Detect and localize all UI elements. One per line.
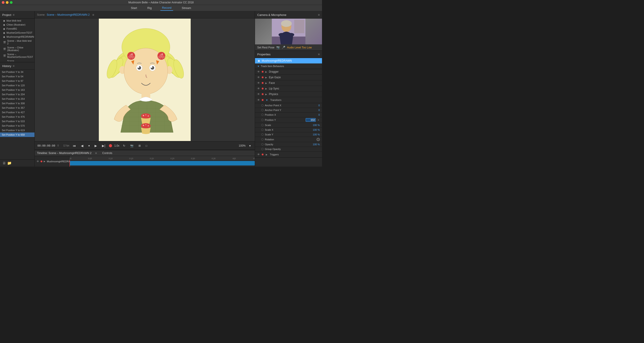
step-forward-button[interactable]: ▶| — [100, 143, 107, 148]
project-item[interactable]: ◉MushroomgirlREDRAWN — [0, 35, 34, 39]
beh-eye-icon[interactable]: 👁 — [257, 93, 260, 96]
tl-eye-icon[interactable]: 👁 — [36, 160, 39, 163]
record-indicator[interactable] — [109, 144, 112, 147]
bottom-icon-1[interactable]: 🖥 — [2, 161, 6, 165]
history-item[interactable]: Set Position Y to 619 — [0, 128, 34, 133]
prop-circle[interactable] — [261, 124, 264, 126]
beh-record-dot[interactable] — [262, 82, 264, 84]
beh-record-dot[interactable] — [262, 93, 264, 95]
history-menu-icon[interactable] — [12, 64, 14, 68]
project-item[interactable]: ◉ForestBG — [0, 27, 34, 31]
beh-eye-icon[interactable]: 👁 — [257, 81, 260, 85]
menu-item-rig[interactable]: Rig — [146, 6, 154, 11]
timeline-menu-icon[interactable] — [95, 151, 97, 155]
beh-expand-icon: ▶ — [265, 76, 267, 79]
project-item[interactable]: 🎬Scene – blue blob test 2 — [0, 39, 34, 46]
zoom-level[interactable]: 1.0x — [114, 144, 120, 147]
triggers-record-dot[interactable] — [262, 154, 264, 155]
scene-menu-icon[interactable] — [92, 13, 94, 17]
prop-row: Opacity 100 % — [255, 142, 322, 147]
beh-eye-icon[interactable]: 👁 — [257, 87, 260, 90]
project-item[interactable]: ◉Chloe (Illustrator) — [0, 23, 34, 27]
prop-circle[interactable] — [261, 148, 264, 150]
beh-eye-icon[interactable]: 👁 — [257, 76, 260, 79]
prop-circle[interactable] — [261, 119, 264, 121]
tl-record-dot[interactable] — [40, 161, 42, 162]
tl-expand-icon[interactable]: ▶ — [44, 160, 46, 163]
behavior-row[interactable]: 👁 ▶ Face — [255, 80, 322, 86]
history-item[interactable]: Set Position Y to 427 — [0, 110, 34, 115]
dial-icon[interactable] — [316, 138, 320, 141]
history-item[interactable]: Set Position Y to 34 — [0, 70, 34, 74]
beh-record-dot[interactable] — [262, 77, 264, 78]
prop-circle[interactable] — [261, 104, 264, 107]
tl-track-row[interactable] — [70, 160, 255, 167]
behavior-row[interactable]: 👁 ▶ Dragger — [255, 69, 322, 75]
transform-eye-icon[interactable]: 👁 — [257, 98, 260, 102]
menu-item-record[interactable]: Record — [160, 5, 173, 11]
tl-content[interactable]: 0:000:050:100:150:200:250:300:35400450 — [70, 156, 255, 167]
props-menu-icon[interactable] — [318, 53, 320, 56]
behavior-row[interactable]: 👁 ▶ Lip Sync — [255, 86, 322, 92]
prop-circle[interactable] — [261, 143, 264, 146]
project-item[interactable]: 🎬Scene – MushroomgirlREDRAWN — [0, 59, 34, 61]
menu-item-stream[interactable]: Stream — [180, 6, 193, 11]
section-triggers[interactable]: 👁 ▶ Triggers — [255, 152, 322, 158]
project-menu-icon[interactable] — [12, 13, 14, 17]
prop-circle[interactable] — [261, 114, 264, 116]
quality-dropdown[interactable]: ▾ — [248, 143, 252, 148]
app-title: Mushroom Belle – Adobe Character Animato… — [128, 1, 194, 4]
tl-playhead[interactable] — [70, 160, 70, 167]
history-item[interactable]: Set Position Y to 476 — [0, 115, 34, 119]
layout-button[interactable]: ⊞ — [137, 144, 142, 148]
history-item[interactable]: Set Position Y to 357 — [0, 106, 34, 110]
tl-track-bar[interactable] — [70, 161, 255, 165]
history-item[interactable]: Set Position Y to 533 — [0, 119, 34, 124]
bottom-icon-2[interactable]: 📁 — [7, 161, 12, 165]
history-item[interactable]: Set Position Y to 97 — [0, 79, 34, 83]
play-button[interactable]: ▶ — [93, 143, 98, 148]
history-item[interactable]: Set Position Y to 658 — [0, 133, 34, 137]
prop-circle[interactable] — [261, 133, 264, 136]
section-transform[interactable]: 👁 ▼ Transform — [255, 97, 322, 103]
minimize-button[interactable] — [6, 1, 8, 4]
menu-item-start[interactable]: Start — [129, 6, 139, 11]
project-item[interactable]: ◉MushieGirlScreenTEST — [0, 31, 34, 35]
beh-eye-icon[interactable]: 👁 — [257, 70, 260, 73]
webcam-button[interactable]: 📷 — [129, 144, 135, 148]
window-controls[interactable] — [2, 1, 12, 4]
history-item[interactable]: Set Position Y to 54 — [0, 74, 34, 79]
project-item[interactable]: 🎬Scene – Chloe (Illustrator) — [0, 46, 34, 52]
section-behaviors[interactable]: ▼ Track Item Behaviors — [255, 64, 322, 69]
loop-button[interactable]: ↻ — [122, 144, 126, 148]
history-item[interactable]: Set Position Y to 570 — [0, 124, 34, 128]
close-button[interactable] — [2, 1, 4, 4]
prop-value-input[interactable] — [306, 118, 316, 122]
history-item[interactable]: Set Position Y to 163 — [0, 88, 34, 92]
history-item[interactable]: Set Position Y to 204 — [0, 92, 34, 97]
transform-record-dot[interactable] — [262, 99, 264, 101]
prop-circle[interactable] — [261, 138, 264, 141]
controls-button[interactable]: Controls — [100, 151, 114, 155]
history-item[interactable]: Set Position Y to 254 — [0, 97, 34, 101]
maximize-button[interactable] — [10, 1, 12, 4]
skip-to-start-button[interactable]: ⏮ — [72, 143, 77, 148]
behavior-row[interactable]: 👁 ▶ Eye Gaze — [255, 75, 322, 80]
beh-record-dot[interactable] — [262, 88, 264, 90]
history-item[interactable]: Set Position Y to 120 — [0, 83, 34, 88]
prop-label: Rotation — [265, 138, 315, 141]
prop-close-icon[interactable]: ✕ — [317, 119, 320, 121]
rest-pose-label[interactable]: Set Rest Pose — [257, 46, 274, 49]
behavior-row[interactable]: 👁 ▶ Physics — [255, 92, 322, 97]
step-back-button[interactable]: ◀ — [80, 143, 85, 148]
beh-record-dot[interactable] — [262, 71, 264, 73]
triggers-eye-icon[interactable]: 👁 — [257, 153, 260, 156]
prop-circle[interactable] — [261, 129, 264, 131]
history-item[interactable]: Set Position Y to 308 — [0, 101, 34, 106]
prop-circle[interactable] — [261, 109, 264, 111]
stop-button[interactable]: ■ — [87, 144, 91, 147]
project-item[interactable]: ◉blue blob test — [0, 19, 34, 23]
camera-menu-icon[interactable] — [318, 13, 320, 17]
screen-button[interactable]: □ — [144, 144, 148, 148]
project-item[interactable]: 🎬Scene – MushieGirlScreenTEST — [0, 52, 34, 59]
